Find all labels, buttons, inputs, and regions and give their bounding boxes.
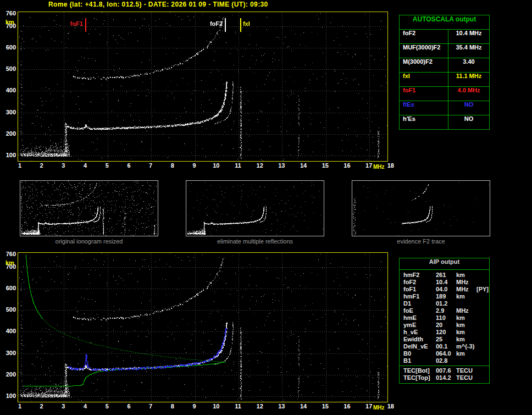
aip-param-label: hmF2	[400, 272, 436, 279]
aip-row: foF210.4MHz	[400, 279, 489, 286]
aip-param-label: TEC[Bot]	[400, 367, 436, 374]
autoscala-output-header: AUTOSCALA output	[400, 15, 489, 30]
x-tick-label-bottom: 10	[210, 403, 222, 410]
aip-param-note	[476, 272, 489, 279]
autoscala-row: foF210.4 MHz	[400, 30, 489, 44]
top-ionogram-canvas	[18, 12, 387, 161]
x-tick-label-top: 2	[36, 162, 48, 169]
bottom-ionogram-canvas	[18, 253, 387, 402]
aip-param-value: 007.6	[436, 367, 456, 374]
aip-param-label: hmE	[400, 314, 436, 322]
aip-param-label: B1	[400, 357, 436, 364]
autoscala-row: foF14.0 MHz	[400, 87, 489, 101]
aip-param-value: 02.8	[436, 357, 456, 364]
aip-param-unit: m^(-3)	[456, 343, 476, 350]
autoscala-param-label: foF1	[400, 87, 448, 101]
aip-param-unit: km	[456, 329, 476, 336]
y-tick-label-top: 500	[1, 65, 16, 72]
aip-param-unit: MHz	[456, 286, 476, 293]
x-tick-label-top: 4	[79, 162, 91, 169]
aip-param-note	[476, 300, 489, 307]
aip-row: DelN_vE00.1m^(-3)	[400, 343, 489, 350]
autoscala-param-label: M(3000)F2	[400, 58, 448, 72]
x-tick-label-top: 12	[254, 162, 266, 169]
aip-output-header: AIP output	[400, 258, 489, 270]
autoscala-screen: Rome (lat: +41.8, lon: 012.5) - DATE: 20…	[0, 0, 532, 415]
aip-param-note	[476, 374, 489, 381]
x-tick-label-bottom: 12	[254, 403, 266, 410]
x-tick-label-bottom: 14	[297, 403, 309, 410]
x-tick-label-top: 6	[123, 162, 135, 169]
aip-param-label: ymE	[400, 322, 436, 329]
aip-param-value: 2.9	[436, 307, 456, 314]
aip-param-unit: km	[456, 336, 476, 343]
thumbnail-multiples-removed	[186, 180, 324, 236]
x-tick-label-top: 9	[189, 162, 201, 169]
y-tick-label-top: 200	[1, 130, 16, 137]
aip-row: TEC[Bot]007.6TECU	[400, 367, 489, 374]
x-tick-label-bottom: 1	[14, 403, 26, 410]
x-tick-label-bottom: 8	[167, 403, 179, 410]
x-tick-label-bottom: 13	[275, 403, 287, 410]
thumbnail-original-canvas	[20, 181, 158, 236]
autoscala-row: M(3000)F23.40	[400, 58, 489, 73]
autoscala-param-label: h'Es	[400, 115, 448, 129]
aip-row: ymE20km	[400, 322, 489, 329]
y-tick-label-top: 760	[1, 10, 16, 16]
bottom-ionogram-plot	[18, 252, 388, 402]
y-axis-unit-bottom: km	[5, 259, 14, 266]
x-tick-label-top: 7	[145, 162, 157, 169]
thumbnail-multiples-canvas	[186, 181, 324, 236]
aip-param-value: 261	[436, 272, 456, 279]
aip-row: hmE110km	[400, 314, 489, 322]
x-tick-label-top: 5	[101, 162, 113, 169]
autoscala-row: MUF(3000)F235.4 MHz	[400, 44, 489, 58]
x-tick-label-bottom: 9	[189, 403, 201, 410]
x-tick-label-top: 16	[341, 162, 353, 169]
aip-param-note	[476, 279, 489, 286]
y-tick-label-bottom: 100	[1, 392, 16, 399]
aip-param-value: 064.0	[436, 350, 456, 357]
aip-param-unit: km	[456, 314, 476, 322]
thumbnail-f2-trace	[352, 180, 490, 236]
autoscala-row: ftEsNO	[400, 101, 489, 115]
x-tick-label-top: 1	[14, 162, 26, 169]
aip-row: Ewidth25km	[400, 336, 489, 343]
aip-output-table: AIP output hmF2261kmfoF210.4MHzfoF104.0M…	[399, 258, 490, 384]
aip-param-label: Ewidth	[400, 336, 436, 343]
aip-param-note	[476, 367, 489, 374]
marker-label-foF2: foF2	[203, 20, 223, 27]
aip-param-note	[476, 307, 489, 314]
top-ionogram-plot	[18, 12, 388, 162]
aip-param-note	[476, 329, 489, 336]
aip-row: TEC[Top]014.2TECU	[400, 374, 489, 381]
x-tick-label-bottom: 2	[36, 403, 48, 410]
x-tick-label-top: 18	[385, 162, 397, 169]
x-axis-unit-bottom: MHz	[373, 405, 385, 411]
aip-param-unit: MHz	[456, 307, 476, 314]
aip-param-unit: km	[456, 293, 476, 300]
x-tick-label-top: 3	[57, 162, 69, 169]
x-tick-label-bottom: 7	[145, 403, 157, 410]
autoscala-rows: foF210.4 MHzMUF(3000)F235.4 MHzM(3000)F2…	[400, 30, 489, 129]
aip-param-label: h_vE	[400, 329, 436, 336]
x-tick-label-bottom: 6	[123, 403, 135, 410]
aip-param-label: TEC[Top]	[400, 374, 436, 381]
autoscala-param-label: ftEs	[400, 101, 448, 115]
autoscala-param-label: fxI	[400, 73, 448, 86]
aip-param-label: foF1	[400, 286, 436, 293]
aip-param-label: foF2	[400, 279, 436, 286]
y-tick-label-bottom: 400	[1, 328, 16, 334]
autoscala-row: fxI11.1 MHz	[400, 73, 489, 87]
autoscala-param-label: MUF(3000)F2	[400, 44, 448, 58]
aip-param-unit: km	[456, 350, 476, 357]
x-tick-label-bottom: 3	[57, 403, 69, 410]
y-tick-label-bottom: 760	[1, 251, 16, 257]
aip-row: hmF1189km	[400, 293, 489, 300]
autoscala-row: h'EsNO	[400, 115, 489, 129]
x-tick-label-top: 11	[232, 162, 244, 169]
thumbnail-caption-f2: evidence F2 trace	[352, 238, 490, 245]
thumbnail-original-ionogram	[20, 180, 158, 236]
x-tick-label-top: 13	[275, 162, 287, 169]
thumbnail-f2-canvas	[352, 181, 490, 236]
